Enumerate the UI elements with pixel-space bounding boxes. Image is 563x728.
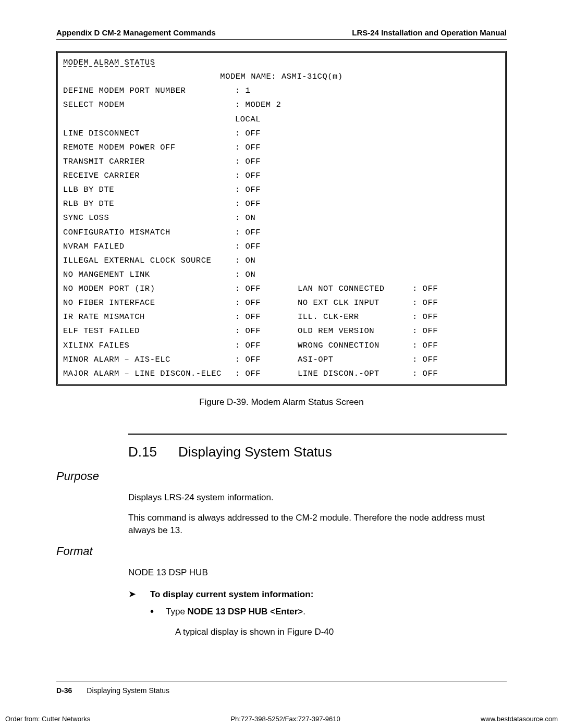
status-label-2: ASI-OPT [298,353,412,367]
purpose-para-1: Displays LRS-24 system information. [128,491,507,504]
page-number: D-36 [56,686,72,695]
status-row: NVRAM FAILEDOFF [63,240,500,254]
display-note: A typical display is shown in Figure D-4… [175,626,507,639]
status-value: ON [235,254,298,268]
status-row: REMOTE MODEM POWER OFFOFF [63,141,500,155]
status-row: MINOR ALARM – AIS-ELCOFFASI-OPTOFF [63,353,500,367]
status-value: OFF [235,324,298,338]
status-value-2: OFF [412,324,438,338]
arrow-icon: ➤ [128,588,150,600]
status-label: REMOTE MODEM POWER OFF [63,141,235,155]
status-label: NO MANGEMENT LINK [63,268,235,282]
instruction-text: To display current system information: [150,588,313,601]
header-right: LRS-24 Installation and Operation Manual [352,28,507,37]
modem-name-value: ASMI-31CQ(m) [282,72,343,81]
screen-title: MODEM ALRAM STATUS [63,56,500,70]
status-row: RECEIVE CARRIEROFF [63,169,500,183]
status-row: NO FIBER INTERFACEOFFNO EXT CLK INPUTOFF [63,296,500,310]
bullet-text: Type NODE 13 DSP HUB <Enter>. [166,606,305,619]
bottom-bar: Order from: Cutter Networks Ph:727-398-5… [0,715,563,723]
status-label: ELF TEST FAILED [63,324,235,338]
status-row: SYNC LOSSON [63,211,500,225]
status-value: MODEM 2 LOCAL [235,98,298,126]
status-value: OFF [235,141,298,155]
status-row: ILLEGAL EXTERNAL CLOCK SOURCEON [63,254,500,268]
status-label: LLB BY DTE [63,183,235,197]
section-rule [128,434,507,435]
purpose-para-2: This command is always addressed to the … [128,512,507,537]
status-row: NO MANGEMENT LINKON [63,268,500,282]
status-row: LLB BY DTEOFF [63,183,500,197]
status-label: LINE DISCONNECT [63,127,235,141]
format-command: NODE 13 DSP HUB [128,566,507,579]
bullet-icon: • [150,606,166,619]
status-row: MAJOR ALARM – LINE DISCON.-ELECOFFLINE D… [63,367,500,381]
status-value: OFF [235,197,298,211]
format-body: NODE 13 DSP HUB ➤ To display current sys… [128,566,507,639]
status-label-2: NO EXT CLK INPUT [298,296,412,310]
status-value-2: OFF [412,353,438,367]
status-value: ON [235,211,298,225]
figure-caption: Figure D-39. Modem Alarm Status Screen [56,397,507,408]
status-value-2: OFF [412,367,438,381]
status-label: XILINX FAILES [63,339,235,353]
status-value-2: OFF [412,310,438,324]
status-label: SYNC LOSS [63,211,235,225]
purpose-heading: Purpose [56,470,507,483]
status-label: RECEIVE CARRIER [63,169,235,183]
status-value: OFF [235,296,298,310]
status-label: TRANSMIT CARRIER [63,155,235,169]
status-row: TRANSMIT CARRIEROFF [63,155,500,169]
purpose-body: Displays LRS-24 system information. This… [128,491,507,537]
status-label: MAJOR ALARM – LINE DISCON.-ELEC [63,367,235,381]
status-row: NO MODEM PORT (IR)OFFLAN NOT CONNECTEDOF… [63,282,500,296]
status-row: IR RATE MISMATCHOFFILL. CLK-ERROFF [63,310,500,324]
status-label: NO MODEM PORT (IR) [63,282,235,296]
bullet-prefix: Type [166,607,188,616]
instruction-row: ➤ To display current system information: [128,588,507,601]
bullet-row: • Type NODE 13 DSP HUB <Enter>. [150,606,507,619]
status-value-2: OFF [412,339,438,353]
page-header: Appendix D CM-2 Management Commands LRS-… [56,28,507,40]
status-value: OFF [235,339,298,353]
page-footer: D-36 Displaying System Status [56,682,507,695]
header-left: Appendix D CM-2 Management Commands [56,28,216,37]
status-label: NVRAM FAILED [63,240,235,254]
status-value: OFF [235,169,298,183]
status-label: MINOR ALARM – AIS-ELC [63,353,235,367]
modem-name-label: MODEM NAME: [220,72,276,81]
status-label: RLB BY DTE [63,197,235,211]
terminal-screen: MODEM ALRAM STATUS MODEM NAME: ASMI-31CQ… [56,51,507,386]
status-value-2: OFF [412,282,438,296]
status-value: ON [235,268,298,282]
status-label: ILLEGAL EXTERNAL CLOCK SOURCE [63,254,235,268]
bottom-left: Order from: Cutter Networks [5,715,90,723]
status-label-2: LAN NOT CONNECTED [298,282,412,296]
status-row: RLB BY DTEOFF [63,197,500,211]
status-label-2: ILL. CLK-ERR [298,310,412,324]
status-value-2: OFF [412,296,438,310]
status-value: OFF [235,310,298,324]
status-row: LINE DISCONNECTOFF [63,127,500,141]
page-footer-title: Displaying System Status [87,686,169,695]
status-value: OFF [235,183,298,197]
status-label-2: OLD REM VERSION [298,324,412,338]
modem-name-row: MODEM NAME: ASMI-31CQ(m) [63,70,500,84]
status-row: XILINX FAILESOFFWRONG CONNECTIONOFF [63,339,500,353]
status-value: OFF [235,155,298,169]
status-label: CONFIGURATIO MISMATCH [63,226,235,240]
status-label: SELECT MODEM [63,98,235,126]
status-label: IR RATE MISMATCH [63,310,235,324]
bullet-bold: NODE 13 DSP HUB <Enter> [188,607,303,616]
section-header: D.15 Displaying System Status [128,444,507,460]
status-value: OFF [235,240,298,254]
status-row: ELF TEST FAILEDOFFOLD REM VERSIONOFF [63,324,500,338]
status-label-2: LINE DISCON.-OPT [298,367,412,381]
status-value: OFF [235,353,298,367]
status-value: 1 [235,84,298,98]
section-number: D.15 [128,444,178,460]
status-label-2: WRONG CONNECTION [298,339,412,353]
status-value: OFF [235,282,298,296]
bullet-suffix: . [303,607,305,616]
section-title: Displaying System Status [178,444,332,460]
